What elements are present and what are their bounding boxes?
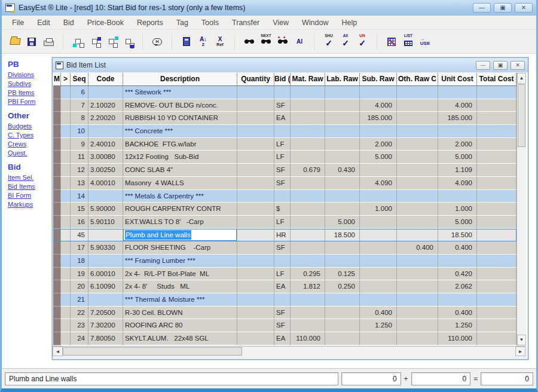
minimize-button[interactable]: —	[473, 3, 491, 13]
all-icon[interactable]: Al	[291, 34, 308, 50]
column-header--[interactable]: >	[61, 73, 71, 85]
goto-items-icon[interactable]	[103, 34, 120, 50]
column-header-mat-raw[interactable]: Mat. Raw	[291, 73, 325, 85]
bid-item-row-23[interactable]: 237.30200ROOFING ARC 80SF1.2501.250	[53, 319, 516, 332]
menu-reports[interactable]: Reports	[130, 19, 170, 27]
vertical-scrollbar[interactable]: ▲ ▼	[516, 73, 526, 345]
find-next-icon[interactable]: NEXT	[258, 34, 274, 50]
close-button[interactable]: ✕	[515, 3, 533, 13]
child-restore-button[interactable]: ▣	[493, 61, 508, 70]
scroll-left-icon[interactable]: ◄	[53, 347, 63, 356]
open-file-icon[interactable]	[7, 34, 23, 50]
goto-divisions-icon[interactable]	[69, 34, 86, 50]
cell-seq: 10	[71, 125, 88, 138]
cell-total	[477, 164, 516, 177]
column-header-sub-raw[interactable]: Sub. Raw	[360, 73, 397, 85]
uncheck-all-icon[interactable]: ✓UN	[354, 34, 371, 50]
sidebar-link-markups[interactable]: Markups	[8, 201, 52, 208]
description-field[interactable]: Plumb and Line walls	[5, 372, 338, 385]
column-header-oth-raw-c[interactable]: Oth. Raw C	[397, 73, 438, 85]
menu-edit[interactable]: Edit	[30, 19, 57, 27]
bid-item-row-24[interactable]: 247.80050SKYLT.ALUM. 22x48 SGLEA110.0001…	[53, 332, 516, 345]
section-row-6[interactable]: 6*** Sitework ***	[53, 86, 516, 99]
column-header-description[interactable]: Description	[123, 73, 237, 85]
column-header-code[interactable]: Code	[88, 73, 123, 85]
horizontal-scroll-thumb[interactable]	[63, 347, 242, 356]
find-tagged-icon[interactable]	[274, 34, 291, 50]
menu-price-book[interactable]: Price-Book	[81, 19, 130, 27]
scroll-up-icon[interactable]: ▲	[517, 73, 526, 84]
print-icon[interactable]	[40, 34, 57, 50]
scroll-right-icon[interactable]: ►	[515, 347, 525, 356]
column-header-total-cost[interactable]: Total Cost	[477, 73, 516, 85]
section-row-18[interactable]: 18*** Framing Lumber ***	[53, 255, 516, 268]
sidebar-link-subdivs[interactable]: Subdivs	[8, 80, 52, 87]
sidebar-link-quest-[interactable]: Quest.	[8, 149, 52, 157]
bid-item-row-9[interactable]: 92.40010BACKHOE FTG.w/labrLF2.0002.000	[53, 138, 516, 151]
bid-item-row-22[interactable]: 227.20500R-30 Ceil. BLOWNSF0.4000.400	[53, 307, 516, 320]
list-icon[interactable]: LIST	[400, 34, 417, 50]
menu-tag[interactable]: Tag	[170, 19, 195, 27]
scroll-down-icon[interactable]: ▼	[517, 335, 526, 345]
sidebar-link-crews[interactable]: Crews	[8, 140, 52, 148]
bid-item-row-19[interactable]: 196.000102x 4- R/L-PT Bot-Plate MLLF0.29…	[53, 268, 516, 281]
menu-tools[interactable]: Tools	[195, 19, 225, 27]
bid-item-row-13[interactable]: 134.00010Masonry 4 WALLSSF4.0904.090	[53, 177, 516, 190]
bid-item-row-11[interactable]: 113.0008012x12 Footing Sub-BidLF5.0005.0…	[53, 151, 516, 164]
child-close-button[interactable]: ✕	[511, 61, 525, 70]
column-header-unit-cost[interactable]: Unit Cost	[438, 73, 477, 85]
section-row-14[interactable]: 14*** Metals & Carpentry ***	[53, 190, 516, 203]
menu-help[interactable]: Help	[335, 19, 363, 27]
column-header-seq[interactable]: Seq	[71, 73, 88, 85]
menu-transfer[interactable]: Transfer	[225, 19, 266, 27]
column-header-m[interactable]: M	[53, 73, 61, 85]
value2-field[interactable]: 0	[411, 372, 471, 385]
column-header-bid-[interactable]: Bid (	[274, 73, 291, 85]
child-minimize-button[interactable]: —	[476, 61, 490, 70]
bid-item-row-16[interactable]: 165.90110EXT.WALLS TO 8' -CarpLF5.0005.0…	[53, 216, 516, 229]
horizontal-scrollbar[interactable]: ◄ ►	[53, 346, 525, 356]
column-header-lab-raw[interactable]: Lab. Raw	[325, 73, 360, 85]
value1-field[interactable]: 0	[341, 372, 401, 385]
sidebar-link-c-types[interactable]: C. Types	[8, 131, 52, 139]
bid-item-row-7[interactable]: 72.10020REMOVE- OUT BLDG n/conc.SF4.0004…	[53, 99, 516, 112]
sort-az-icon[interactable]: A↓Z	[195, 34, 212, 50]
save-icon[interactable]	[23, 34, 40, 50]
sidebar-link-bi-form[interactable]: BI Form	[8, 192, 52, 199]
bid-item-row-8[interactable]: 82.20020RUBBISH 10 YD CONTAINEREA185.000…	[53, 112, 516, 125]
use-icon[interactable]: →USE	[417, 34, 433, 50]
sidebar-link-divisions[interactable]: Divisions	[8, 71, 52, 78]
bid-item-row-17[interactable]: 175.90330FLOOR SHEETING -CarpSF0.4000.40…	[53, 241, 516, 255]
sidebar-link-budgets[interactable]: Budgets	[8, 122, 52, 130]
maximize-button[interactable]: ▣	[494, 3, 512, 13]
calculator-icon[interactable]	[178, 34, 195, 50]
menu-bid[interactable]: Bid	[57, 19, 81, 27]
menu-view[interactable]: View	[266, 19, 295, 27]
section-row-10[interactable]: 10*** Concrete ***	[53, 125, 516, 138]
show-checked-icon[interactable]: ✓SHU	[320, 34, 337, 50]
bid-item-row-15[interactable]: 155.90000ROUGH CARPENTRY CONTR$1.0001.00…	[53, 203, 516, 216]
cell-desc: *** Thermal & Moisture ***	[123, 293, 237, 307]
section-row-21[interactable]: 21*** Thermal & Moisture ***	[53, 293, 516, 307]
sidebar-link-pb-items[interactable]: PB Items	[8, 89, 52, 96]
vertical-scroll-thumb[interactable]	[518, 84, 525, 147]
help-bubble-icon[interactable]: H	[149, 34, 166, 50]
find-icon[interactable]	[241, 34, 258, 50]
goto-form-icon[interactable]	[120, 34, 136, 50]
menu-window[interactable]: Window	[295, 19, 335, 27]
sidebar-link-bid-items[interactable]: Bid Items	[8, 183, 52, 190]
preview-grid-icon[interactable]	[383, 34, 400, 50]
bid-item-row-45[interactable]: 45Plumb and Line wallsHR18.50018.500	[53, 229, 516, 242]
sidebar-link-item-sel-[interactable]: Item Sel.	[8, 174, 52, 181]
xref-icon[interactable]: XRef	[212, 34, 228, 50]
column-header-quantity[interactable]: Quantity	[237, 73, 274, 85]
bid-item-row-20[interactable]: 206.100902x 4- 8' Studs MLEA1.8120.2502.…	[53, 280, 516, 293]
sidebar-link-pbi-form[interactable]: PBI Form	[8, 98, 52, 105]
description-edit-input[interactable]: Plumb and Line walls	[123, 229, 237, 241]
bid-item-list-title-bar[interactable]: Bid Item List — ▣ ✕	[53, 58, 528, 72]
goto-subdivs-icon[interactable]	[86, 34, 103, 50]
menu-file[interactable]: File	[5, 19, 30, 27]
cell-sub	[360, 255, 397, 268]
bid-item-row-12[interactable]: 123.00250CONC SLAB 4"SF0.6790.4301.109	[53, 164, 516, 177]
check-all-icon[interactable]: ✓All	[337, 34, 354, 50]
